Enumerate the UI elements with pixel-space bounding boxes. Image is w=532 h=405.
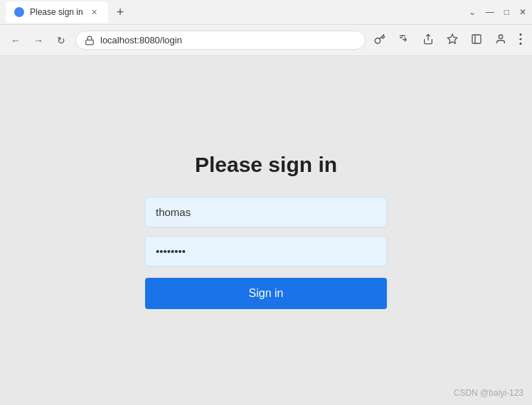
login-container: Please sign in Sign in <box>145 153 387 309</box>
login-title: Please sign in <box>195 153 337 177</box>
browser-toolbar: ← → ↻ localhost:8080/login <box>0 25 532 56</box>
new-tab-button[interactable]: + <box>112 5 129 20</box>
url-text: localhost:8080/login <box>100 35 356 45</box>
tab-close-button[interactable]: ✕ <box>89 7 100 18</box>
share-icon[interactable] <box>420 31 437 50</box>
refresh-button[interactable]: ↻ <box>53 32 70 49</box>
sidebar-icon[interactable] <box>468 31 485 50</box>
bookmark-icon[interactable] <box>444 31 461 50</box>
page-content: Please sign in Sign in CSDN @baiyi-123 <box>0 56 532 405</box>
svg-rect-2 <box>472 35 481 43</box>
back-icon: ← <box>11 35 21 46</box>
svg-point-4 <box>499 35 502 38</box>
key-icon[interactable] <box>371 31 388 50</box>
window-dropdown-icon[interactable]: ⌄ <box>469 7 476 17</box>
lock-icon <box>85 36 95 45</box>
svg-point-7 <box>519 42 521 44</box>
password-input[interactable] <box>145 236 387 266</box>
svg-point-5 <box>519 33 521 36</box>
refresh-icon: ↻ <box>57 35 65 46</box>
forward-icon: → <box>33 35 43 46</box>
browser-tab[interactable]: Please sign in ✕ <box>6 1 108 23</box>
profile-icon[interactable] <box>492 31 509 50</box>
translate-icon[interactable] <box>395 31 413 50</box>
back-button[interactable]: ← <box>7 32 24 49</box>
titlebar-right: ⌄ — □ ✕ <box>469 7 526 17</box>
window-minimize-button[interactable]: — <box>486 7 494 17</box>
menu-icon[interactable] <box>516 31 525 50</box>
window-close-button[interactable]: ✕ <box>519 7 526 17</box>
window-maximize-button[interactable]: □ <box>504 7 509 17</box>
forward-button[interactable]: → <box>30 32 47 49</box>
svg-marker-1 <box>447 34 457 43</box>
toolbar-actions <box>371 31 525 50</box>
svg-point-6 <box>519 38 521 40</box>
tab-favicon <box>14 7 24 17</box>
username-input[interactable] <box>145 197 387 227</box>
svg-rect-0 <box>86 40 94 44</box>
titlebar-left: Please sign in ✕ + <box>6 1 128 23</box>
tab-label: Please sign in <box>30 7 83 17</box>
address-bar[interactable]: localhost:8080/login <box>75 31 366 50</box>
watermark-text: CSDN @baiyi-123 <box>454 388 523 398</box>
browser-titlebar: Please sign in ✕ + ⌄ — □ ✕ <box>0 0 532 25</box>
sign-in-button[interactable]: Sign in <box>145 278 387 309</box>
window-controls: ⌄ — □ ✕ <box>469 7 526 17</box>
